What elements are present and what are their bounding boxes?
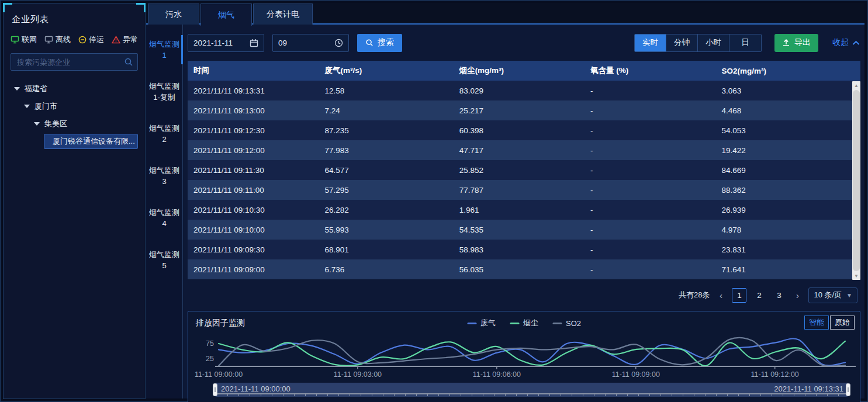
table-cell: - — [585, 81, 715, 100]
table-cell: 25.852 — [454, 160, 585, 180]
slider-end-label: 2021-11-11 09:13:31 — [774, 384, 843, 393]
table-cell: - — [585, 220, 715, 240]
table-cell: 2021/11/11 09:12:00 — [188, 140, 319, 160]
page-size-select[interactable]: 10 条/页 ▼ — [808, 287, 857, 303]
slider-tick-axis — [216, 393, 847, 396]
table-cell: 54.535 — [454, 220, 585, 240]
tree-expander-icon[interactable] — [14, 87, 20, 91]
page-button-1[interactable]: 1 — [732, 288, 746, 303]
page-button-2[interactable]: 2 — [752, 288, 766, 303]
enterprise-search-input[interactable] — [11, 53, 138, 71]
chart-mode-buttons: 智能原始 — [804, 316, 855, 330]
interval-button-实时[interactable]: 实时 — [635, 34, 666, 51]
export-button[interactable]: 导出 — [774, 34, 818, 52]
header-cell: 时间 — [188, 61, 319, 81]
tree-expander-icon[interactable] — [24, 105, 30, 108]
tree-expander-icon[interactable] — [34, 122, 40, 126]
table-cell: 1.961 — [454, 200, 585, 220]
clock-icon — [334, 39, 343, 47]
table-cell: 19.422 — [716, 140, 861, 160]
search-button-label: 搜索 — [378, 37, 394, 48]
table-cell: 88.362 — [716, 180, 861, 200]
subtab-烟气监测2[interactable]: 烟气监测2 — [146, 117, 182, 151]
next-page-button[interactable]: › — [791, 290, 803, 300]
interval-button-日[interactable]: 日 — [729, 34, 761, 51]
slider-handle-left[interactable] — [213, 383, 217, 396]
tab-bar: 污水烟气分表计电 — [148, 4, 314, 26]
table-body: 2021/11/11 09:13:3112.5883.029-3.0632021… — [188, 81, 860, 279]
table-cell: - — [585, 180, 715, 200]
data-table-wrap: 时间废气(m³/s)烟尘(mg/m³)氧含量 (%)SO2(mg/m³) 202… — [188, 61, 860, 280]
table-cell: 4.978 — [716, 220, 861, 240]
header-cell: 氧含量 (%) — [585, 61, 715, 81]
subtab-烟气监测3[interactable]: 烟气监测3 — [146, 159, 182, 193]
scroll-down-icon[interactable]: ▼ — [852, 272, 860, 280]
table-cell: 64.577 — [319, 160, 453, 180]
table-cell: 71.641 — [716, 259, 861, 279]
pause-circle-icon — [78, 36, 87, 44]
table-row: 2021/11/11 09:13:007.2425.217-4.468 — [188, 100, 860, 120]
series-line-烟尘 — [219, 341, 845, 366]
top-tab-分表计电[interactable]: 分表计电 — [253, 4, 313, 25]
tree-node[interactable]: 厦门锐谷通信设备有限... — [11, 133, 138, 150]
status-item-联网: 联网 — [11, 34, 37, 45]
line-chart: 752511-11 09:00:0011-11 09:03:0011-11 09… — [188, 331, 860, 380]
enterprise-search — [11, 53, 138, 71]
table-cell: 54.053 — [716, 120, 861, 140]
table-cell: 55.993 — [319, 220, 453, 240]
interval-button-小时[interactable]: 小时 — [698, 34, 729, 51]
slider-handle-right[interactable] — [846, 383, 850, 396]
subtab-烟气监测1-复制[interactable]: 烟气监测1-复制 — [146, 75, 182, 109]
tree-node-selected[interactable]: 厦门锐谷通信设备有限... — [44, 134, 138, 149]
time-input[interactable] — [272, 34, 349, 52]
tree-node[interactable]: 福建省 — [11, 80, 138, 98]
search-icon[interactable] — [124, 57, 133, 67]
table-cell: 68.901 — [319, 240, 453, 259]
scrollbar-thumb[interactable] — [853, 90, 860, 271]
mode-button-智能[interactable]: 智能 — [804, 316, 829, 330]
tree-node[interactable]: 厦门市 — [11, 98, 138, 115]
table-cell: 23.831 — [716, 240, 861, 259]
legend-marker — [467, 323, 476, 324]
status-item-异常: 异常 — [112, 34, 138, 45]
page-size-value: 10 条/页 — [814, 290, 842, 300]
scroll-up-icon[interactable]: ▲ — [852, 81, 860, 89]
legend-marker — [552, 323, 562, 324]
chart-legend-item-烟尘[interactable]: 烟尘 — [510, 318, 538, 328]
top-tab-烟气[interactable]: 烟气 — [200, 4, 252, 26]
interval-button-分钟[interactable]: 分钟 — [666, 34, 698, 51]
top-tab-污水[interactable]: 污水 — [148, 4, 199, 25]
legend-label: 烟尘 — [523, 318, 538, 328]
date-input[interactable] — [188, 34, 264, 52]
series-line-废气 — [219, 339, 845, 366]
collapse-toggle[interactable]: 收起 — [832, 37, 860, 48]
table-scrollbar[interactable]: ▲ ▼ — [852, 81, 860, 280]
sidebar-title: 企业列表 — [12, 14, 138, 25]
subtab-烟气监测5[interactable]: 烟气监测5 — [146, 243, 182, 277]
tree-node-label: 厦门市 — [34, 101, 57, 112]
time-range-slider[interactable]: 2021-11-11 09:00:00 2021-11-11 09:13:31 — [215, 383, 848, 397]
subtab-烟气监测4[interactable]: 烟气监测4 — [146, 201, 182, 235]
status-label: 停运 — [89, 34, 104, 45]
tree-node-label: 福建省 — [25, 84, 47, 94]
corner-accent-topright — [136, 3, 146, 12]
prev-page-button[interactable]: ‹ — [715, 290, 727, 300]
tree-node[interactable]: 集美区 — [11, 115, 138, 133]
table-cell: 2021/11/11 09:09:30 — [188, 240, 319, 259]
table-cell: 2021/11/11 09:09:00 — [188, 259, 319, 279]
mode-button-原始[interactable]: 原始 — [830, 316, 855, 330]
chart-legend-item-SO2[interactable]: SO2 — [552, 318, 581, 328]
table-cell: 7.24 — [319, 100, 453, 120]
time-input-value[interactable] — [278, 39, 332, 47]
collapse-label: 收起 — [832, 37, 849, 48]
table-cell: 83.029 — [454, 81, 585, 100]
date-input-value[interactable] — [193, 39, 247, 47]
sidebar-panel: 企业列表 联网 离线 停运 异常 福建省厦门市集美区 厦门锐谷通信设备有限... — [3, 3, 146, 399]
search-button[interactable]: 搜索 — [357, 34, 402, 52]
page-button-3[interactable]: 3 — [772, 288, 786, 303]
chart-legend-item-废气[interactable]: 废气 — [467, 318, 496, 328]
subtab-烟气监测1[interactable]: 烟气监测1 — [146, 33, 182, 67]
table-cell: - — [585, 240, 715, 259]
upload-icon — [782, 39, 790, 47]
chart-title: 排放因子监测 — [196, 318, 245, 328]
